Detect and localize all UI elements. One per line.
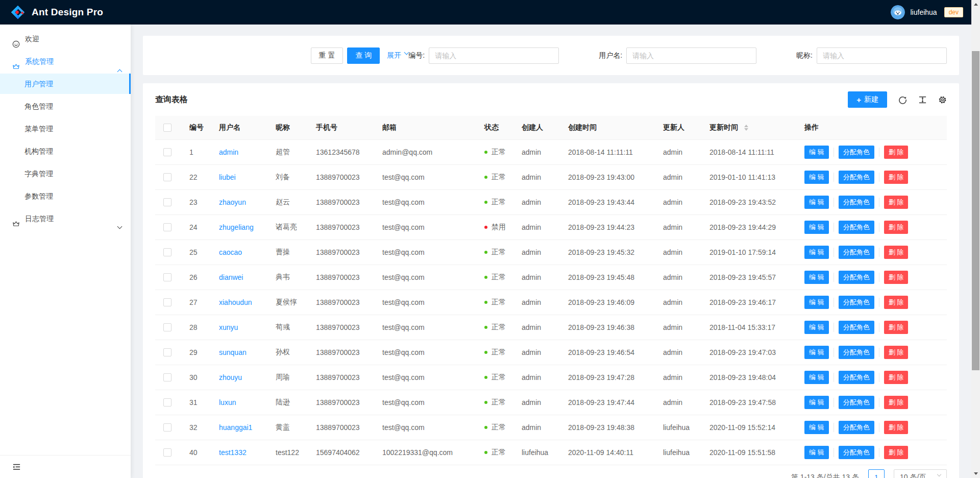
sidebar-subitem[interactable]: 参数管理	[0, 186, 131, 206]
edit-button[interactable]: 编 辑	[804, 171, 829, 184]
assign-role-button[interactable]: 分配角色	[839, 446, 874, 459]
row-checkbox[interactable]	[163, 323, 172, 331]
reset-button[interactable]: 重 置	[311, 47, 344, 64]
username-link[interactable]: zhugeliang	[219, 223, 254, 231]
density-icon[interactable]	[918, 95, 927, 104]
delete-button[interactable]: 删 除	[884, 346, 909, 359]
username-link[interactable]: admin	[219, 148, 238, 156]
delete-button[interactable]: 删 除	[884, 396, 909, 409]
row-checkbox[interactable]	[163, 423, 172, 432]
username-link[interactable]: zhaoyun	[219, 198, 246, 206]
filter-field-input[interactable]	[626, 47, 756, 64]
username-link[interactable]: xiahoudun	[219, 298, 252, 306]
scroll-up-arrow-icon[interactable]	[971, 0, 980, 9]
edit-button[interactable]: 编 辑	[804, 421, 829, 434]
sidebar-subitem[interactable]: 字典管理	[0, 163, 131, 184]
user-name[interactable]: liufeihua	[910, 8, 937, 16]
select-all-checkbox[interactable]	[163, 124, 172, 132]
scroll-down-arrow-icon[interactable]	[971, 469, 980, 478]
delete-button[interactable]: 删 除	[884, 446, 909, 459]
delete-button[interactable]: 删 除	[884, 246, 909, 259]
assign-role-button[interactable]: 分配角色	[839, 371, 874, 384]
filter-field-input[interactable]	[817, 47, 947, 64]
row-checkbox[interactable]	[163, 298, 172, 306]
sidebar-subitem[interactable]: 机构管理	[0, 141, 131, 161]
username-link[interactable]: dianwei	[219, 273, 243, 281]
row-checkbox[interactable]	[163, 348, 172, 356]
row-checkbox[interactable]	[163, 448, 172, 457]
row-checkbox[interactable]	[163, 273, 172, 281]
sidebar-item-welcome[interactable]: 欢迎	[0, 29, 131, 49]
edit-button[interactable]: 编 辑	[804, 321, 829, 334]
settings-gear-icon[interactable]	[938, 95, 947, 104]
search-button[interactable]: 查 询	[347, 47, 380, 64]
assign-role-button[interactable]: 分配角色	[839, 396, 874, 409]
scrollbar-thumb[interactable]	[972, 51, 979, 370]
edit-button[interactable]: 编 辑	[804, 346, 829, 359]
assign-role-button[interactable]: 分配角色	[839, 321, 874, 334]
user-avatar[interactable]	[891, 5, 905, 19]
username-link[interactable]: test1332	[219, 448, 247, 457]
edit-button[interactable]: 编 辑	[804, 296, 829, 309]
delete-button[interactable]: 删 除	[884, 296, 909, 309]
username-link[interactable]: luxun	[219, 398, 236, 407]
edit-button[interactable]: 编 辑	[804, 396, 829, 409]
cell-status: 正常	[476, 340, 513, 365]
username-link[interactable]: sunquan	[219, 348, 247, 356]
expand-toggle[interactable]: 展开	[387, 51, 408, 60]
username-link[interactable]: caocao	[219, 248, 242, 256]
assign-role-button[interactable]: 分配角色	[839, 246, 874, 259]
row-checkbox[interactable]	[163, 198, 172, 206]
assign-role-button[interactable]: 分配角色	[839, 296, 874, 309]
sidebar-subitem[interactable]: 角色管理	[0, 96, 131, 116]
delete-button[interactable]: 删 除	[884, 171, 909, 184]
sidebar-item-log[interactable]: 日志管理	[0, 208, 131, 229]
delete-button[interactable]: 删 除	[884, 221, 909, 234]
col-update-time[interactable]: 更新时间	[701, 116, 796, 139]
delete-button[interactable]: 删 除	[884, 196, 909, 209]
delete-button[interactable]: 删 除	[884, 321, 909, 334]
edit-button[interactable]: 编 辑	[804, 196, 829, 209]
edit-button[interactable]: 编 辑	[804, 446, 829, 459]
cell-actions: 编 辑分配角色删 除	[796, 214, 947, 240]
table-title: 查询表格	[155, 94, 188, 105]
filter-field-input[interactable]	[429, 47, 559, 64]
pagination-page-1[interactable]: 1	[868, 469, 885, 478]
edit-button[interactable]: 编 辑	[804, 246, 829, 259]
delete-button[interactable]: 删 除	[884, 271, 909, 284]
row-checkbox[interactable]	[163, 248, 172, 256]
username-link[interactable]: liubei	[219, 173, 236, 181]
assign-role-button[interactable]: 分配角色	[839, 196, 874, 209]
sort-carets-icon[interactable]	[744, 125, 748, 131]
assign-role-button[interactable]: 分配角色	[839, 146, 874, 159]
row-checkbox[interactable]	[163, 373, 172, 381]
assign-role-button[interactable]: 分配角色	[839, 221, 874, 234]
edit-button[interactable]: 编 辑	[804, 371, 829, 384]
menu-fold-icon[interactable]	[12, 463, 21, 471]
page-size-select[interactable]: 10 条/页	[894, 469, 947, 478]
username-link[interactable]: xunyu	[219, 323, 238, 331]
delete-button[interactable]: 删 除	[884, 371, 909, 384]
assign-role-button[interactable]: 分配角色	[839, 421, 874, 434]
username-link[interactable]: zhouyu	[219, 373, 242, 381]
assign-role-button[interactable]: 分配角色	[839, 271, 874, 284]
vertical-scrollbar[interactable]	[971, 0, 980, 478]
row-checkbox[interactable]	[163, 148, 172, 156]
edit-button[interactable]: 编 辑	[804, 221, 829, 234]
new-button[interactable]: + 新建	[848, 91, 887, 108]
reload-icon[interactable]	[898, 95, 907, 104]
sidebar-subitem[interactable]: 菜单管理	[0, 118, 131, 139]
sidebar-subitem[interactable]: 用户管理	[0, 74, 131, 94]
sidebar-item-system[interactable]: 系统管理	[0, 51, 131, 71]
col-id: 编号	[181, 116, 211, 139]
row-checkbox[interactable]	[163, 223, 172, 231]
row-checkbox[interactable]	[163, 398, 172, 407]
delete-button[interactable]: 删 除	[884, 146, 909, 159]
assign-role-button[interactable]: 分配角色	[839, 171, 874, 184]
delete-button[interactable]: 删 除	[884, 421, 909, 434]
edit-button[interactable]: 编 辑	[804, 146, 829, 159]
assign-role-button[interactable]: 分配角色	[839, 346, 874, 359]
username-link[interactable]: huanggai1	[219, 423, 252, 432]
row-checkbox[interactable]	[163, 173, 172, 181]
edit-button[interactable]: 编 辑	[804, 271, 829, 284]
